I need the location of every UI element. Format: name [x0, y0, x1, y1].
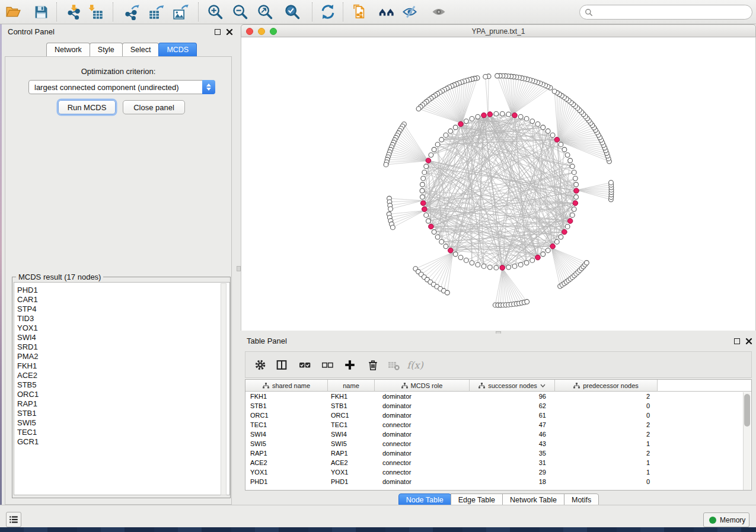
tab-select[interactable]: Select [122, 43, 160, 56]
table-header: shared namenameMCDS rolesuccessor nodesp… [245, 380, 751, 392]
add-column-icon[interactable] [343, 358, 357, 372]
column-header-name[interactable]: name [328, 380, 375, 392]
result-scrollbar[interactable] [221, 283, 227, 495]
zoom-out-icon[interactable] [231, 3, 249, 21]
mcds-result-list[interactable]: PHD1CAR1STP4TID3YOX1SWI4SRD1PMA2FKH1ACE2… [14, 282, 230, 495]
table-panel-title: Table Panel [247, 334, 287, 349]
table-row[interactable]: SWI4SWI4dominator462 [245, 430, 751, 439]
mcds-result-item[interactable]: FKH1 [17, 361, 39, 371]
mcds-result-item[interactable]: TID3 [17, 314, 39, 323]
mcds-result-item[interactable]: PHD1 [17, 286, 39, 295]
search-neighbors-icon[interactable] [378, 3, 395, 21]
mcds-result-item[interactable]: GCR1 [17, 437, 39, 447]
vertical-splitter[interactable] [237, 24, 241, 505]
task-history-button[interactable] [6, 512, 21, 527]
table-row[interactable]: RAP1RAP1dominator352 [245, 448, 751, 458]
mcds-result-title: MCDS result (17 nodes) [16, 273, 103, 281]
table-row[interactable]: FKH1FKH1dominator962 [245, 392, 751, 401]
mcds-result-item[interactable]: ORC1 [17, 390, 39, 399]
search-box [579, 5, 752, 20]
application-window: Control Panel Network Style Select MCDS … [0, 0, 756, 532]
memory-label: Memory [720, 516, 745, 524]
network-title: YPA_prune.txt_1 [241, 25, 755, 38]
tab-mcds[interactable]: MCDS [158, 43, 197, 56]
network-canvas[interactable] [241, 37, 756, 331]
column-header-empty [658, 380, 751, 392]
table-row[interactable]: TEC1TEC1connector472 [245, 420, 751, 430]
select-stepper-icon [202, 80, 215, 94]
mcds-result-item[interactable]: YOX1 [17, 323, 39, 333]
main-toolbar [0, 0, 756, 24]
mcds-result-item[interactable]: STB5 [17, 380, 39, 390]
close-panel-button[interactable]: Close panel [123, 100, 185, 114]
show-elements-icon[interactable] [430, 3, 448, 21]
function-builder-icon: f(x) [408, 358, 422, 372]
show-column-panel-icon[interactable] [275, 358, 289, 372]
table-row[interactable]: SWI5SWI5connector431 [245, 439, 751, 448]
deselect-all-icon[interactable] [320, 358, 334, 372]
mcds-result-item[interactable]: PMA2 [17, 352, 39, 361]
table-row[interactable]: YOX1YOX1connector291 [245, 467, 751, 477]
network-window-titlebar: YPA_prune.txt_1 [241, 24, 756, 37]
table-row[interactable]: STB1STB1dominator620 [245, 401, 751, 411]
column-header-MCDS-role[interactable]: MCDS role [375, 380, 470, 392]
table-panel: Table Panel [241, 334, 756, 505]
column-type-icon [479, 383, 485, 389]
tab-style[interactable]: Style [90, 43, 123, 56]
share-document-icon[interactable] [350, 3, 368, 21]
hide-elements-icon[interactable] [401, 3, 419, 21]
table-settings-gear-icon[interactable] [253, 358, 267, 372]
memory-button[interactable]: Memory [703, 512, 749, 527]
mcds-result-item[interactable]: ACE2 [17, 371, 39, 380]
export-network-icon[interactable] [123, 3, 141, 21]
criterion-selected-value: largest connected component (undirected) [29, 83, 202, 92]
select-all-icon[interactable] [298, 358, 312, 372]
export-image-icon[interactable] [171, 3, 189, 21]
mcds-result-item[interactable]: STB1 [17, 409, 39, 418]
import-network-icon[interactable] [65, 3, 82, 21]
table-row[interactable]: PHD1PHD1dominator180 [245, 477, 751, 486]
run-mcds-button[interactable]: Run MCDS [58, 100, 116, 114]
node-table: shared namenameMCDS rolesuccessor nodesp… [245, 379, 752, 491]
desktop-wallpaper-bottom [0, 527, 756, 532]
memory-status-icon [709, 517, 716, 524]
mcds-result-item[interactable]: CAR1 [17, 295, 39, 305]
mcds-result-item[interactable]: SRD1 [17, 342, 39, 352]
control-panel-tabs: Network Style Select MCDS [46, 43, 196, 56]
search-input[interactable] [593, 8, 752, 17]
control-panel: Control Panel Network Style Select MCDS … [2, 24, 237, 505]
table-row[interactable]: ACE2ACE2connector311 [245, 458, 751, 467]
zoom-fit-icon[interactable] [256, 3, 274, 21]
column-header-predecessor-nodes[interactable]: predecessor nodes [555, 380, 658, 392]
status-bar: Memory [0, 505, 756, 527]
zoom-selected-icon[interactable] [283, 3, 301, 21]
table-row[interactable]: ORC1ORC1dominator610 [245, 411, 751, 420]
float-window-icon[interactable] [215, 29, 221, 35]
mcds-result-item[interactable]: SWI5 [17, 418, 39, 428]
delete-column-icon[interactable] [366, 358, 380, 372]
save-icon[interactable] [32, 3, 50, 21]
column-type-icon [263, 383, 269, 389]
mcds-result-item[interactable]: STP4 [17, 305, 39, 314]
tab-network[interactable]: Network [46, 43, 90, 56]
table-toolbar: f(x) [245, 351, 752, 378]
mcds-result-item[interactable]: SWI4 [17, 333, 39, 342]
optimization-criterion-label: Optimization criterion: [5, 67, 231, 76]
control-panel-titlebar: Control Panel [2, 24, 237, 40]
refresh-icon[interactable] [319, 3, 337, 21]
export-table-icon[interactable] [147, 3, 165, 21]
column-type-icon [573, 383, 580, 389]
mcds-result-item[interactable]: TEC1 [17, 428, 39, 437]
import-table-icon[interactable] [87, 3, 104, 21]
column-header-shared-name[interactable]: shared name [245, 380, 328, 392]
zoom-in-icon[interactable] [206, 3, 224, 21]
close-table-panel-icon[interactable] [745, 338, 752, 345]
criterion-select[interactable]: largest connected component (undirected) [28, 80, 215, 94]
open-folder-icon[interactable] [4, 3, 22, 21]
close-panel-icon[interactable] [226, 28, 233, 36]
mcds-result-item[interactable]: RAP1 [17, 399, 39, 409]
float-table-panel-icon[interactable] [734, 338, 740, 344]
table-scrollbar[interactable] [743, 392, 751, 490]
delete-table-icon[interactable] [387, 358, 401, 372]
column-header-successor-nodes[interactable]: successor nodes [470, 380, 555, 392]
